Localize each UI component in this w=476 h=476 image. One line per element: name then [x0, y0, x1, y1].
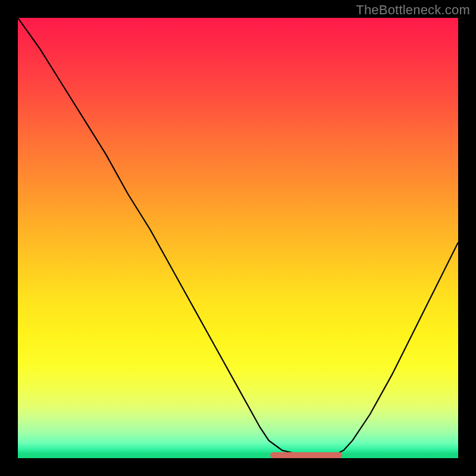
curve-layer: [18, 18, 458, 458]
watermark-text: TheBottleneck.com: [356, 2, 470, 18]
bottleneck-curve: [18, 18, 458, 456]
chart-frame: TheBottleneck.com: [0, 0, 476, 476]
plot-area: [18, 18, 458, 458]
